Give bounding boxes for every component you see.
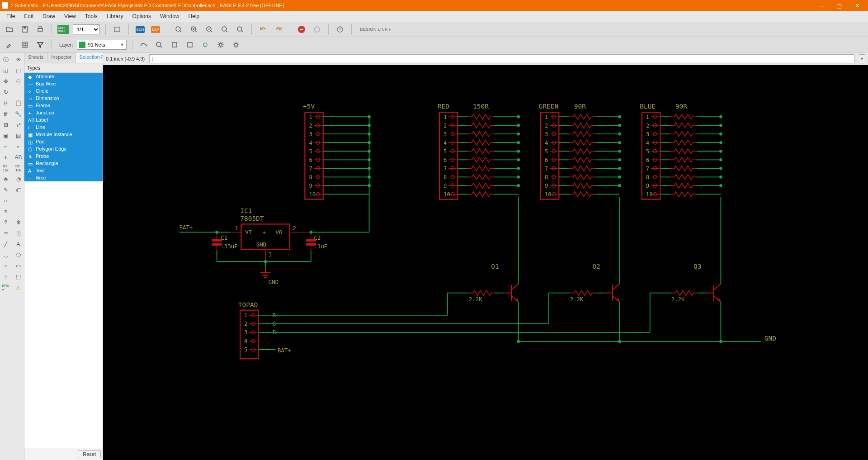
filter-button[interactable]	[34, 39, 46, 51]
zoom-fit-button[interactable]	[173, 24, 184, 35]
type-part[interactable]: ◫Part	[24, 138, 103, 145]
replace-tool[interactable]: ⇄	[13, 120, 24, 130]
rect-tool[interactable]: ▭	[13, 261, 24, 271]
rotate-tool[interactable]: ↻	[0, 87, 12, 97]
ulp-button[interactable]: ULP	[150, 24, 161, 35]
netclass-button[interactable]	[199, 39, 211, 51]
maximize-button[interactable]: ▢	[830, 0, 848, 11]
type-buswire[interactable]: —Bus Wire	[24, 80, 103, 87]
type-module[interactable]: ▣Module Instance	[24, 131, 103, 138]
gateswap-tool[interactable]: ▣	[0, 131, 12, 141]
optimize-tool[interactable]: ✻	[13, 218, 24, 228]
type-polyedge[interactable]: ⬠Polygon Edge	[24, 145, 103, 152]
paint-tool[interactable]: ✎	[0, 185, 12, 195]
label-tool[interactable]: AB	[13, 152, 24, 162]
sheet-dropdown[interactable]: 1/1	[73, 24, 100, 34]
wirestyle-button[interactable]	[138, 39, 150, 51]
reset-button[interactable]: Reset	[78, 450, 101, 458]
grid-button[interactable]	[19, 39, 31, 51]
erc-tool[interactable]: ERC✔	[0, 283, 12, 293]
tab-sheets[interactable]: Sheets	[24, 52, 47, 63]
type-probe[interactable]: ↯Probe	[24, 152, 103, 160]
blank3-tool[interactable]	[13, 207, 24, 217]
type-dimension[interactable]: ↔Dimension	[24, 95, 103, 102]
miter-button[interactable]	[153, 39, 165, 51]
library-button[interactable]	[111, 24, 123, 35]
type-line[interactable]: /Line	[24, 123, 103, 131]
line-tool[interactable]: ╱	[0, 239, 12, 249]
menu-edit[interactable]: Edit	[19, 12, 38, 21]
type-wire[interactable]: —Wire	[24, 174, 103, 181]
menu-tools[interactable]: Tools	[80, 12, 102, 21]
errors-tool[interactable]: ≣	[0, 228, 12, 238]
type-junction[interactable]: +Junction	[24, 109, 103, 116]
scr-button[interactable]: SCR	[134, 24, 146, 35]
zoom-out-button[interactable]	[203, 24, 215, 35]
pinswap-tool[interactable]: ▤	[13, 131, 24, 141]
add-tool[interactable]: ⊞	[0, 120, 12, 130]
polygon-tool[interactable]: ⬠	[13, 250, 24, 260]
invoke-tool[interactable]: ?	[0, 218, 12, 228]
menu-view[interactable]: View	[60, 12, 80, 21]
gear2-button[interactable]	[230, 39, 242, 51]
copy-tool[interactable]: ⎘	[0, 98, 12, 108]
designlink-button[interactable]: DESIGN LINK ▸	[357, 24, 394, 35]
frame-tool[interactable]: ⊹	[0, 272, 12, 282]
open-button[interactable]	[4, 24, 15, 35]
module-tool[interactable]: ⊡	[13, 228, 24, 238]
miter-tool-2[interactable]: ◔	[13, 174, 24, 184]
net-tool[interactable]: ⌐	[0, 142, 12, 152]
value-tool[interactable]: R210k	[0, 163, 12, 173]
group-tool-button[interactable]	[4, 39, 15, 51]
ic2-button[interactable]	[184, 39, 196, 51]
stop-button[interactable]	[296, 24, 307, 35]
split-tool[interactable]: ≡	[0, 207, 12, 217]
arc-tool[interactable]: ◡	[0, 250, 12, 260]
junction-tool[interactable]: +	[0, 152, 12, 162]
circle-tool[interactable]: ○	[0, 261, 12, 271]
zoom-in-button[interactable]	[188, 24, 200, 35]
info-tool[interactable]: ⓘ	[0, 55, 12, 65]
type-circle[interactable]: ○Circle	[24, 87, 103, 95]
layer-dropdown[interactable]: 91 Nets ▼	[77, 40, 127, 50]
menu-options[interactable]: Options	[128, 12, 156, 21]
move-tool[interactable]: ✥	[0, 76, 12, 86]
help-button[interactable]: ?	[334, 24, 346, 35]
command-history-dropdown[interactable]: ▼	[859, 54, 865, 63]
bus-tool[interactable]: ⌐	[13, 142, 24, 152]
close-button[interactable]: ✕	[848, 0, 866, 11]
warnings-tool[interactable]: ⚠	[13, 283, 24, 293]
menu-file[interactable]: File	[2, 12, 19, 21]
undo-button[interactable]	[257, 24, 269, 35]
attr-tool[interactable]: 🏷	[13, 185, 24, 195]
blank2-tool[interactable]	[13, 196, 24, 206]
menu-draw[interactable]: Draw	[38, 12, 60, 21]
delete-tool[interactable]: 🗑	[0, 109, 12, 119]
gear-button[interactable]	[215, 39, 226, 51]
sch-brd-button[interactable]: SCH BRD	[57, 24, 69, 35]
minimize-button[interactable]: —	[812, 0, 830, 11]
menu-help[interactable]: Help	[184, 12, 204, 21]
zoom-redraw-button[interactable]	[219, 24, 231, 35]
go-button[interactable]	[311, 24, 323, 35]
name-tool[interactable]: R210k	[13, 163, 24, 173]
redo-button[interactable]	[273, 24, 284, 35]
ic-button[interactable]	[169, 39, 180, 51]
type-label[interactable]: ABLabel	[24, 116, 103, 123]
display-tool[interactable]: ◱	[0, 66, 12, 76]
schematic-canvas[interactable]: +5V 12345678910 RED150R12345678910GREEN9…	[103, 65, 868, 460]
menu-library[interactable]: Library	[102, 12, 128, 21]
save-button[interactable]	[19, 24, 31, 35]
print-button[interactable]	[34, 24, 46, 35]
menu-window[interactable]: Window	[156, 12, 184, 21]
paste-tool[interactable]: 📋	[13, 98, 24, 108]
blank-tool[interactable]	[13, 87, 24, 97]
dimension-tool[interactable]: ↔	[0, 196, 12, 206]
type-text[interactable]: AText	[24, 167, 103, 174]
type-frame[interactable]: ▭Frame	[24, 102, 103, 109]
command-input[interactable]	[149, 54, 854, 63]
change-tool[interactable]: 🔧	[13, 109, 24, 119]
smash-tool[interactable]: ⬘	[0, 174, 12, 184]
zoom-select-button[interactable]	[234, 24, 246, 35]
show-tool[interactable]: 👁	[13, 55, 24, 65]
